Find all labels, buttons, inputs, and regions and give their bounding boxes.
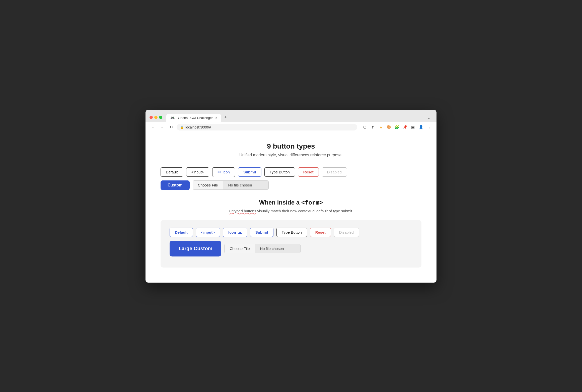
tab-bar: 🎮 Buttons | GUI Challenges × + ⌄ — [164, 113, 432, 122]
sidebar-button[interactable]: ▣ — [409, 124, 416, 131]
bookmark-button[interactable]: ★ — [377, 124, 384, 131]
new-tab-button[interactable]: + — [221, 113, 230, 122]
browser-tools: ⬡ ⬆ ★ 🎨 🧩 📌 ▣ 👤 ⋮ — [361, 124, 432, 131]
more-button[interactable]: ⋮ — [425, 124, 432, 131]
back-button[interactable]: ← — [150, 124, 157, 131]
active-tab[interactable]: 🎮 Buttons | GUI Challenges × — [166, 114, 221, 122]
forward-button[interactable]: → — [159, 124, 166, 131]
button-row-1: Default <input> ✉ Icon Submit Type Butto… — [161, 167, 421, 177]
tab-favicon: 🎮 — [170, 116, 175, 120]
choose-file-button[interactable]: Choose File — [193, 181, 223, 189]
browser-window: 🎮 Buttons | GUI Challenges × + ⌄ ← → ↻ 🔒… — [145, 110, 436, 283]
section-divider: When inside a <form> Untyped buttons vis… — [161, 199, 421, 213]
tab-close-icon[interactable]: × — [215, 116, 217, 120]
page-subtitle: Unified modern style, visual differences… — [161, 153, 421, 157]
share-button[interactable]: ⬆ — [369, 124, 376, 131]
external-link-button[interactable]: ⬡ — [361, 124, 368, 131]
section2-title-code: <form> — [301, 200, 323, 206]
email-icon: ✉ — [217, 170, 221, 174]
page-content: 9 button types Unified modern style, vis… — [145, 132, 436, 283]
file-input-wrapper: Choose File No file chosen — [193, 180, 269, 190]
form-section: Default <input> Icon ☁ Submit Type Butto… — [161, 220, 421, 268]
section2-title-text: When inside a — [259, 199, 301, 206]
large-custom-button[interactable]: Large Custom — [170, 241, 221, 256]
form-button-row-1: Default <input> Icon ☁ Submit Type Butto… — [170, 228, 412, 237]
lock-icon: 🔒 — [180, 125, 184, 129]
tab-title: Buttons | GUI Challenges — [177, 116, 213, 120]
file-no-chosen-label: No file chosen — [223, 181, 268, 189]
form-submit-button[interactable]: Submit — [250, 228, 273, 237]
page-title: 9 button types — [161, 142, 421, 150]
url-bar[interactable]: 🔒 localhost:3000/# — [177, 124, 357, 130]
input-button[interactable]: <input> — [186, 167, 209, 177]
address-bar: ← → ↻ 🔒 localhost:3000/# ⬡ ⬆ ★ 🎨 🧩 📌 ▣ 👤… — [145, 122, 436, 132]
profile-button[interactable]: 👤 — [417, 124, 424, 131]
button-row-2: Custom Choose File No file chosen — [161, 180, 421, 190]
form-icon-button[interactable]: Icon ☁ — [223, 228, 247, 237]
form-type-button[interactable]: Type Button — [276, 228, 307, 237]
browser-chrome: 🎮 Buttons | GUI Challenges × + ⌄ ← → ↻ 🔒… — [145, 110, 436, 132]
custom-button[interactable]: Custom — [161, 180, 190, 190]
icon-button-label: Icon — [223, 170, 230, 174]
form-icon-label: Icon — [228, 230, 236, 234]
default-button[interactable]: Default — [161, 167, 183, 177]
page-header: 9 button types Unified modern style, vis… — [161, 142, 421, 157]
pin-button[interactable]: 📌 — [401, 124, 408, 131]
section2-title: When inside a <form> — [161, 199, 421, 206]
type-button-button[interactable]: Type Button — [264, 167, 295, 177]
maximize-button[interactable] — [159, 116, 162, 119]
section2-subtitle-part2: visually match their new contextual defa… — [256, 209, 353, 213]
form-input-button[interactable]: <input> — [196, 228, 220, 237]
form-file-input-wrapper: Choose File No file chosen — [224, 244, 300, 253]
puzzle-button[interactable]: 🧩 — [393, 124, 400, 131]
minimize-button[interactable] — [154, 116, 158, 119]
form-choose-file-button[interactable]: Choose File — [225, 244, 255, 253]
window-controls: ⌄ — [427, 115, 430, 122]
form-reset-button[interactable]: Reset — [310, 228, 331, 237]
icon-button[interactable]: ✉ Icon — [212, 167, 235, 177]
section2-subtitle: Untyped buttons visually match their new… — [161, 209, 421, 213]
traffic-lights — [150, 116, 162, 119]
cloud-icon: ☁ — [238, 230, 242, 235]
form-file-no-chosen-label: No file chosen — [255, 244, 300, 253]
reset-button[interactable]: Reset — [298, 167, 319, 177]
section2-subtitle-part1: Untyped buttons — [229, 209, 256, 213]
disabled-button: Disabled — [322, 167, 347, 177]
form-button-row-2: Large Custom Choose File No file chosen — [170, 241, 412, 256]
form-default-button[interactable]: Default — [170, 228, 193, 237]
extensions-button[interactable]: 🎨 — [385, 124, 392, 131]
close-button[interactable] — [150, 116, 153, 119]
form-disabled-button: Disabled — [334, 228, 359, 237]
title-bar: 🎮 Buttons | GUI Challenges × + ⌄ — [145, 110, 436, 122]
reload-button[interactable]: ↻ — [168, 124, 175, 131]
url-text: localhost:3000/# — [185, 125, 211, 129]
submit-button[interactable]: Submit — [238, 167, 261, 177]
